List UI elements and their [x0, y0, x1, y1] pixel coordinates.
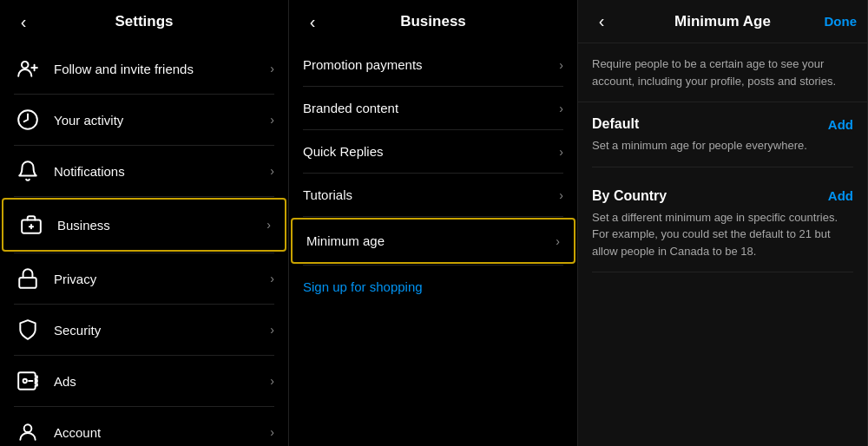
svg-point-8: [23, 379, 27, 383]
privacy-label: Privacy: [54, 272, 270, 286]
lock-icon: [14, 265, 42, 292]
settings-item-security[interactable]: Security ›: [0, 305, 288, 355]
shield-icon: [14, 316, 42, 344]
settings-header: ‹ Settings: [0, 0, 288, 43]
settings-back-button[interactable]: ‹: [10, 9, 36, 35]
default-section-header: Default Add: [592, 116, 853, 132]
business-back-button[interactable]: ‹: [299, 9, 326, 35]
bell-icon: [14, 157, 42, 185]
minage-done-button[interactable]: Done: [825, 14, 858, 29]
minage-label: Minimum age: [306, 233, 556, 248]
business-item-branded[interactable]: Branded content ›: [289, 87, 577, 129]
tutorials-chevron: ›: [559, 188, 563, 202]
country-desc: Set a different minimum age in specific …: [592, 209, 853, 273]
business-title: Business: [400, 13, 466, 30]
replies-chevron: ›: [559, 145, 563, 159]
activity-icon: [14, 106, 42, 134]
svg-point-0: [22, 62, 29, 69]
business-item-promotion[interactable]: Promotion payments ›: [289, 43, 577, 86]
default-section: Default Add Set a minimum age for people…: [578, 102, 867, 174]
default-desc: Set a minimum age for people everywhere.: [592, 137, 853, 167]
business-item-minage[interactable]: Minimum age ›: [291, 218, 575, 264]
svg-rect-7: [19, 278, 36, 288]
country-section: By Country Add Set a different minimum a…: [578, 174, 867, 280]
country-add-button[interactable]: Add: [828, 188, 853, 203]
minage-description: Require people to be a certain age to se…: [578, 43, 867, 102]
business-chevron: ›: [266, 218, 271, 232]
country-title: By Country: [592, 188, 667, 204]
settings-item-activity[interactable]: Your activity ›: [0, 95, 288, 145]
business-label: Business: [57, 218, 266, 233]
follow-chevron: ›: [270, 62, 274, 75]
minage-title: Minimum Age: [674, 13, 771, 30]
settings-item-account[interactable]: Account ›: [0, 407, 288, 446]
business-panel: ‹ Business Promotion payments › Branded …: [289, 0, 578, 446]
minage-panel: ‹ Minimum Age Done Require people to be …: [578, 0, 868, 446]
settings-item-privacy[interactable]: Privacy ›: [0, 253, 288, 304]
follow-label: Follow and invite friends: [54, 62, 270, 76]
activity-label: Your activity: [54, 113, 270, 128]
settings-menu-list: Follow and invite friends › Your activit…: [0, 43, 288, 446]
default-title: Default: [592, 116, 639, 132]
settings-item-business[interactable]: Business ›: [2, 198, 286, 252]
security-chevron: ›: [270, 323, 274, 337]
notifications-chevron: ›: [270, 164, 274, 178]
ads-label: Ads: [54, 374, 270, 389]
settings-panel: ‹ Settings Follow and invite friends › Y…: [0, 0, 289, 446]
business-item-tutorials[interactable]: Tutorials ›: [289, 174, 577, 216]
business-icon: [17, 211, 45, 239]
replies-label: Quick Replies: [303, 144, 559, 159]
account-chevron: ›: [270, 425, 274, 439]
business-item-replies[interactable]: Quick Replies ›: [289, 130, 577, 173]
branded-label: Branded content: [303, 101, 559, 115]
follow-icon: [14, 55, 42, 82]
sign-up-link[interactable]: Sign up for shopping: [289, 266, 577, 308]
settings-item-ads[interactable]: Ads ›: [0, 356, 288, 406]
minage-back-button[interactable]: ‹: [589, 9, 615, 35]
business-menu-list: Promotion payments › Branded content › Q…: [289, 43, 577, 446]
ads-icon: [14, 367, 42, 395]
minage-chevron: ›: [556, 234, 560, 248]
notifications-label: Notifications: [54, 164, 270, 179]
business-header: ‹ Business: [289, 0, 577, 43]
promotion-label: Promotion payments: [303, 57, 559, 72]
promotion-chevron: ›: [559, 58, 563, 72]
settings-item-notifications[interactable]: Notifications ›: [0, 146, 288, 196]
svg-point-9: [24, 424, 32, 432]
branded-chevron: ›: [559, 102, 563, 115]
settings-title: Settings: [115, 13, 173, 30]
person-icon: [14, 418, 42, 446]
country-section-header: By Country Add: [592, 188, 853, 204]
ads-chevron: ›: [270, 374, 274, 388]
tutorials-label: Tutorials: [303, 187, 559, 202]
account-label: Account: [54, 425, 270, 440]
privacy-chevron: ›: [270, 272, 274, 285]
default-add-button[interactable]: Add: [828, 117, 853, 132]
settings-item-follow[interactable]: Follow and invite friends ›: [0, 43, 288, 94]
security-label: Security: [54, 323, 270, 338]
activity-chevron: ›: [270, 113, 274, 127]
minage-header: ‹ Minimum Age Done: [578, 0, 867, 43]
